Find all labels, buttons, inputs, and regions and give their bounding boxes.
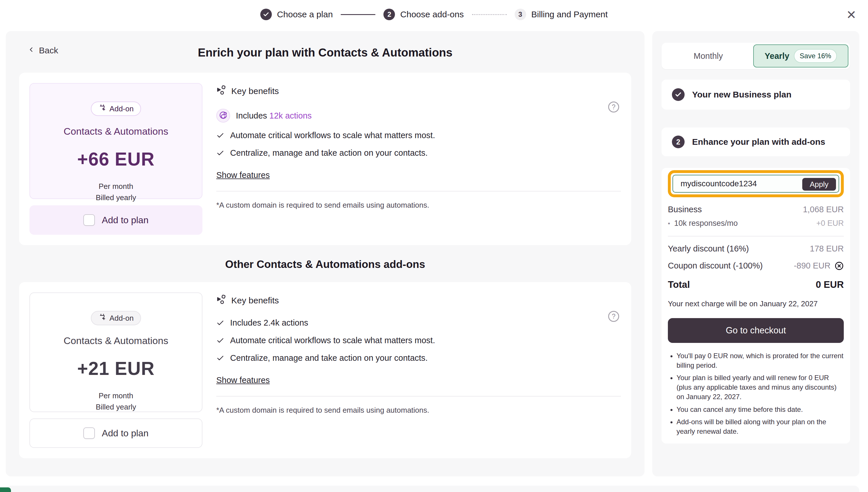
total-row: Total 0 EUR xyxy=(668,279,844,290)
coupon-discount-row: Coupon discount (-100%) -890 EUR xyxy=(668,261,844,271)
plug-icon xyxy=(98,104,106,114)
benefit-text: Centralize, manage and take action on yo… xyxy=(230,148,428,158)
go-to-checkout-button[interactable]: Go to checkout xyxy=(668,318,844,343)
other-add-to-plan[interactable]: Add to plan xyxy=(29,418,202,448)
featured-add-to-plan[interactable]: Add to plan xyxy=(29,205,202,235)
decorative-green-shape xyxy=(0,487,11,492)
plan-step-label: Your new Business plan xyxy=(692,90,792,99)
step-done-check-icon xyxy=(672,88,685,101)
stepper-connector-dotted xyxy=(472,14,506,15)
step-label: Choose a plan xyxy=(277,9,333,19)
other-benefits: Key benefits Includes 2.4k actions Autom… xyxy=(216,292,621,448)
toggle-yearly[interactable]: Yearly Save 16% xyxy=(753,44,848,68)
step-label: Billing and Payment xyxy=(531,9,607,19)
billing-note: Your plan is billed yearly and will rene… xyxy=(676,373,844,401)
shapes-icon xyxy=(216,294,227,306)
step-label: Choose add-ons xyxy=(400,9,464,19)
other-addon-tile: Add-on Contacts & Automations +21 EUR Pe… xyxy=(29,292,202,412)
addon-badge-label: Add-on xyxy=(109,104,134,113)
back-button[interactable]: Back xyxy=(27,46,58,55)
other-addon-card: Add-on Contacts & Automations +21 EUR Pe… xyxy=(19,282,631,458)
show-features-link[interactable]: Show features xyxy=(216,375,270,385)
addon-price: +21 EUR xyxy=(30,358,202,379)
total-value: 0 EUR xyxy=(816,279,844,290)
key-benefits-label: Key benefits xyxy=(231,86,279,96)
addon-name: Contacts & Automations xyxy=(30,335,202,346)
addon-badge-label: Add-on xyxy=(109,314,134,323)
add-to-plan-checkbox[interactable] xyxy=(83,214,95,226)
add-to-plan-checkbox[interactable] xyxy=(83,427,95,439)
page-title: Enrich your plan with Contacts & Automat… xyxy=(15,46,635,59)
yearly-discount-row: Yearly discount (16%) 178 EUR xyxy=(668,244,844,253)
check-icon xyxy=(216,319,224,327)
responses-row: 10k responses/mo +0 EUR xyxy=(668,219,844,228)
step-choose-plan[interactable]: Choose a plan xyxy=(261,9,333,20)
remove-coupon-icon[interactable] xyxy=(835,261,844,271)
addon-name: Contacts & Automations xyxy=(30,126,202,137)
addon-billing-cycle: Billed yearly xyxy=(30,402,202,412)
yearly-discount-value: 178 EUR xyxy=(810,244,844,253)
other-addon-tile-column: Add-on Contacts & Automations +21 EUR Pe… xyxy=(29,292,202,448)
step-choose-addons[interactable]: 2 Choose add-ons xyxy=(383,9,464,20)
checkout-stepper: Choose a plan 2 Choose add-ons 3 Billing… xyxy=(261,9,608,20)
order-summary-panel: Monthly Yearly Save 16% Your new Busines… xyxy=(652,31,859,476)
coupon-field: Apply xyxy=(672,175,839,193)
step-number-badge: 2 xyxy=(383,9,395,20)
addons-step-label: Enhance your plan with add-ons xyxy=(692,137,825,147)
help-icon[interactable]: ? xyxy=(608,311,619,322)
key-benefits-header: Key benefits xyxy=(216,85,621,97)
check-icon xyxy=(216,149,224,157)
add-to-plan-label: Add to plan xyxy=(102,428,149,439)
check-icon xyxy=(216,337,224,345)
includes-prefix: Includes xyxy=(236,111,267,120)
top-bar: Choose a plan 2 Choose add-ons 3 Billing… xyxy=(0,0,868,31)
custom-domain-footnote: *A custom domain is required to send ema… xyxy=(216,406,621,415)
close-icon[interactable]: ✕ xyxy=(843,6,860,24)
billing-notes: You'll pay 0 EUR now, which is prorated … xyxy=(676,351,844,436)
apply-coupon-button[interactable]: Apply xyxy=(802,178,836,191)
show-features-link[interactable]: Show features xyxy=(216,170,270,180)
step-number-badge: 2 xyxy=(672,136,685,148)
help-icon[interactable]: ? xyxy=(608,101,619,113)
yearly-discount-label: Yearly discount (16%) xyxy=(668,244,749,253)
step-billing-payment[interactable]: 3 Billing and Payment xyxy=(515,9,607,20)
step-done-check-icon xyxy=(261,9,272,20)
add-to-plan-label: Add to plan xyxy=(102,215,149,225)
divider xyxy=(668,236,844,237)
plan-addons-page: Choose a plan 2 Choose add-ons 3 Billing… xyxy=(0,0,868,492)
save-badge: Save 16% xyxy=(794,49,837,63)
featured-addon-tile: Add-on Contacts & Automations +66 EUR Pe… xyxy=(29,83,202,199)
benefit-text: Automate critical workflows to scale wha… xyxy=(230,336,435,345)
custom-domain-footnote: *A custom domain is required to send ema… xyxy=(216,201,621,210)
other-addons-heading: Other Contacts & Automations add-ons xyxy=(15,259,635,271)
includes-actions-row: Includes 2.4k actions xyxy=(216,318,621,328)
benefit-text: Automate critical workflows to scale wha… xyxy=(230,131,435,140)
benefit-row: Automate critical workflows to scale wha… xyxy=(216,131,621,140)
check-icon xyxy=(216,131,224,140)
check-icon xyxy=(216,354,224,362)
actions-icon xyxy=(216,109,230,123)
featured-addon-tile-column: Add-on Contacts & Automations +66 EUR Pe… xyxy=(29,83,202,235)
includes-text: Includes 2.4k actions xyxy=(230,318,308,328)
responses-price: +0 EUR xyxy=(816,219,844,228)
benefit-row: Centralize, manage and take action on yo… xyxy=(216,353,621,363)
addon-billing-cycle: Billed yearly xyxy=(30,193,202,202)
featured-benefits: Key benefits Includes 12k actions Auto xyxy=(216,83,621,235)
includes-actions-row: Includes 12k actions xyxy=(216,109,621,123)
billing-note: You can cancel any time before this date… xyxy=(676,404,844,414)
plan-price-row: Business 1,068 EUR xyxy=(668,205,844,214)
benefit-text: Centralize, manage and take action on yo… xyxy=(230,353,428,363)
step-number-badge: 3 xyxy=(515,9,526,20)
stepper-connector-solid xyxy=(341,14,375,15)
chevron-left-icon xyxy=(27,46,35,55)
key-benefits-label: Key benefits xyxy=(231,296,279,305)
featured-addon-card: Add-on Contacts & Automations +66 EUR Pe… xyxy=(19,73,631,245)
addon-price-period: Per month xyxy=(30,182,202,191)
toggle-monthly[interactable]: Monthly xyxy=(663,51,753,61)
billing-note: Add-ons will be billed along with your p… xyxy=(676,417,844,436)
addons-main-panel: Back Enrich your plan with Contacts & Au… xyxy=(6,31,645,476)
plan-name: Business xyxy=(668,205,702,214)
order-summary-card: Apply Business 1,068 EUR 10k responses/m… xyxy=(662,168,850,444)
actions-count-link[interactable]: 12k actions xyxy=(269,111,312,120)
plug-icon xyxy=(98,313,106,323)
